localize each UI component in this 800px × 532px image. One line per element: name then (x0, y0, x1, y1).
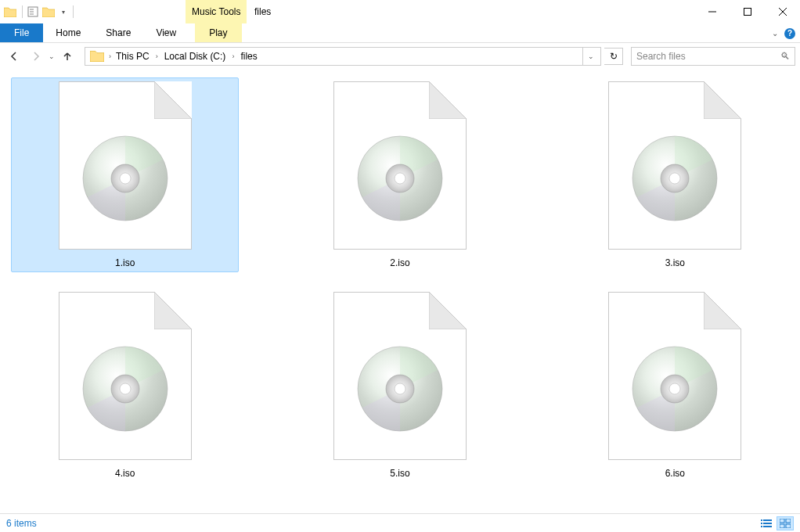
svg-rect-5 (744, 9, 751, 16)
iso-file-icon (59, 292, 192, 460)
window-title: files (254, 0, 271, 23)
file-list[interactable]: 1.iso 2.iso (0, 70, 800, 513)
breadcrumb-this-pc[interactable]: This PC (113, 51, 153, 62)
address-bar[interactable]: › This PC › Local Disk (C:) › files ⌄ (85, 47, 601, 66)
help-icon[interactable]: ? (784, 28, 795, 39)
tab-play[interactable]: Play (195, 23, 241, 42)
details-view-button[interactable] (758, 516, 775, 530)
svg-point-25 (669, 383, 680, 394)
qat-dropdown-icon[interactable]: ▾ (59, 9, 68, 16)
iso-file-icon (333, 292, 467, 460)
breadcrumb-files[interactable]: files (237, 51, 260, 62)
file-item[interactable]: 5.iso (286, 288, 514, 483)
file-name: 3.iso (665, 257, 685, 268)
chevron-right-icon[interactable]: › (154, 52, 160, 60)
file-item[interactable]: 4.iso (11, 288, 239, 483)
recent-locations-dropdown[interactable]: ⌄ (49, 52, 55, 60)
folder-icon (90, 49, 104, 63)
chevron-right-icon[interactable]: › (107, 52, 113, 60)
title-bar: ▾ Music Tools files (0, 0, 800, 23)
iso-file-icon (608, 81, 741, 250)
iso-file-icon (333, 81, 467, 250)
file-item[interactable]: 2.iso (286, 77, 514, 272)
file-name: 5.iso (390, 468, 409, 479)
file-name: 4.iso (115, 468, 135, 479)
svg-rect-32 (780, 519, 784, 523)
svg-rect-29 (763, 523, 772, 524)
svg-rect-28 (761, 523, 762, 524)
svg-rect-33 (786, 519, 791, 523)
tab-view[interactable]: View (143, 23, 189, 42)
file-tab[interactable]: File (0, 23, 43, 42)
minimize-button[interactable] (694, 0, 730, 23)
address-dropdown[interactable]: ⌄ (582, 48, 599, 65)
svg-point-16 (669, 173, 680, 184)
svg-rect-31 (763, 526, 772, 527)
properties-icon[interactable] (27, 6, 38, 17)
search-input[interactable]: Search files 🔍︎ (631, 47, 795, 66)
item-count: 6 items (6, 518, 37, 529)
status-bar: 6 items (0, 513, 800, 532)
svg-point-19 (120, 383, 131, 394)
breadcrumb: This PC › Local Disk (C:) › files (113, 51, 582, 62)
iso-file-icon (59, 81, 192, 250)
forward-button[interactable] (27, 47, 45, 66)
back-button[interactable] (5, 47, 23, 66)
quick-access-toolbar: ▾ (0, 5, 75, 19)
divider (22, 5, 23, 18)
thumbnails-view-button[interactable] (777, 516, 794, 530)
close-button[interactable] (765, 0, 800, 23)
chevron-right-icon[interactable]: › (230, 52, 236, 60)
refresh-button[interactable]: ↻ (604, 48, 623, 65)
window-controls (694, 0, 800, 23)
new-folder-icon[interactable] (41, 5, 56, 19)
ribbon-tabs: File Home Share View Play ⌄ ? (0, 23, 800, 43)
up-button[interactable] (58, 47, 77, 66)
contextual-tab-music-tools: Music Tools (186, 0, 247, 23)
file-item[interactable]: 3.iso (561, 77, 789, 272)
svg-point-10 (120, 173, 131, 184)
svg-rect-35 (786, 524, 791, 528)
svg-rect-27 (763, 519, 772, 521)
svg-rect-30 (761, 526, 762, 527)
navigation-bar: ⌄ › This PC › Local Disk (C:) › files ⌄ … (0, 43, 800, 70)
iso-file-icon (608, 292, 741, 460)
breadcrumb-local-disk[interactable]: Local Disk (C:) (161, 51, 229, 62)
tab-home[interactable]: Home (43, 23, 93, 42)
view-mode-buttons (758, 516, 794, 530)
maximize-button[interactable] (730, 0, 765, 23)
svg-point-22 (395, 383, 405, 394)
file-name: 2.iso (390, 257, 409, 268)
search-placeholder: Search files (636, 51, 780, 62)
file-item[interactable]: 1.iso (11, 77, 239, 272)
file-name: 1.iso (115, 257, 135, 268)
search-icon: 🔍︎ (780, 51, 790, 62)
svg-rect-26 (761, 519, 762, 521)
file-item[interactable]: 6.iso (561, 288, 789, 483)
file-name: 6.iso (665, 468, 685, 479)
tab-share[interactable]: Share (93, 23, 143, 42)
ribbon-expand-icon[interactable]: ⌄ (772, 29, 778, 38)
divider (73, 5, 74, 18)
folder-icon[interactable] (3, 5, 17, 19)
svg-rect-34 (780, 524, 784, 528)
svg-point-13 (395, 173, 405, 184)
